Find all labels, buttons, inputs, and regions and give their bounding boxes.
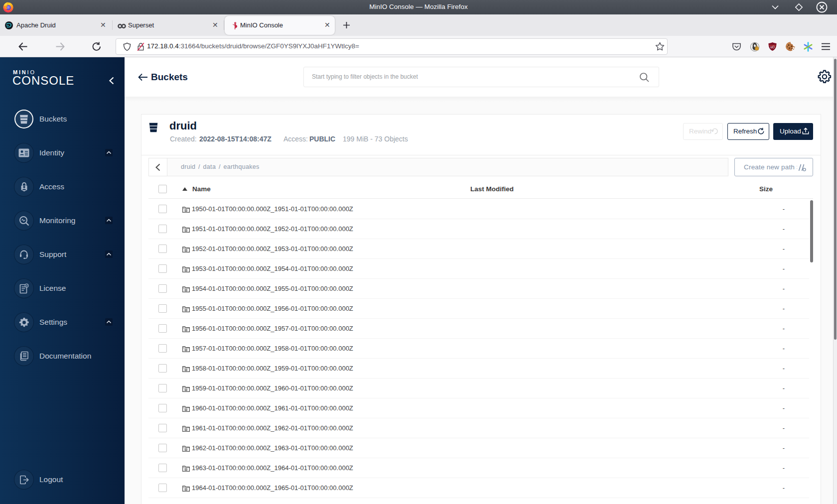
svg-text:uO: uO [770,45,775,49]
